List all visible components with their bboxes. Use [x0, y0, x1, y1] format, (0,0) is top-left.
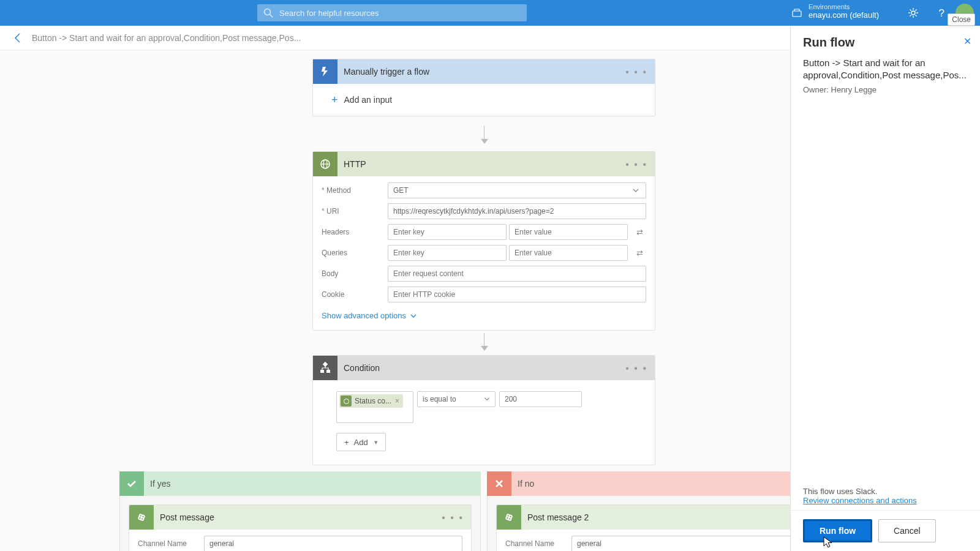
token-remove-icon[interactable]: × [395, 397, 399, 405]
review-connections-link[interactable]: Review connections and actions [803, 496, 917, 505]
search-input[interactable] [257, 4, 527, 21]
queries-key-input[interactable] [388, 245, 507, 261]
environments-icon [791, 7, 802, 18]
cursor-icon [823, 536, 833, 549]
connector-arrow [481, 333, 487, 351]
condition-body: Status co... × is equal to + Add ▾ [313, 380, 655, 465]
breadcrumb-text: Button -> Start and wait for an approval… [32, 33, 301, 43]
body-input[interactable] [388, 266, 646, 282]
http-title: HTTP [344, 159, 366, 169]
label-cookie: Cookie [322, 290, 388, 299]
cookie-input[interactable] [388, 287, 646, 302]
condition-operator-select[interactable]: is equal to [417, 391, 496, 407]
slack-icon [129, 505, 154, 530]
http-icon [313, 152, 337, 176]
condition-value-input[interactable] [499, 391, 582, 407]
status-code-token[interactable]: Status co... × [339, 394, 403, 408]
chevron-down-icon [410, 312, 417, 320]
x-icon [487, 471, 511, 496]
label-channel: Channel Name [505, 539, 571, 548]
queries-value-input[interactable] [509, 245, 628, 261]
topbar: Environments enayu.com (default) ? Close [0, 0, 980, 26]
run-flow-panel: ✕ Run flow Button -> Start and wait for … [790, 26, 980, 551]
condition-menu-icon[interactable]: • • • [625, 363, 647, 374]
condition-card: Condition • • • Status co... × is equal … [312, 355, 655, 465]
condition-title: Condition [344, 363, 380, 373]
queries-swap-icon[interactable]: ⇄ [633, 249, 646, 258]
uri-input[interactable] [388, 203, 646, 219]
svg-rect-2 [793, 11, 801, 17]
environments-label: Environments [809, 2, 879, 11]
trigger-menu-icon[interactable]: • • • [625, 67, 647, 78]
label-method: Method [322, 186, 388, 195]
environment-name: enayu.com (default) [809, 11, 879, 20]
headers-key-input[interactable] [388, 224, 507, 240]
post-message-2-title: Post message 2 [527, 512, 589, 522]
label-headers: Headers [322, 228, 388, 236]
post-message-card: Post message • • • Channel Name general [129, 504, 472, 551]
channel-value: general [209, 539, 234, 548]
trigger-card: Manually trigger a flow • • • + Add an i… [312, 59, 655, 116]
help-icon[interactable]: ? [939, 7, 944, 20]
headers-value-input[interactable] [509, 224, 628, 240]
plus-icon: + [331, 94, 338, 107]
headers-swap-icon[interactable]: ⇄ [633, 228, 646, 237]
panel-owner: Owner: Henry Legge [803, 85, 968, 94]
connector-arrow [481, 126, 487, 144]
label-channel: Channel Name [138, 539, 204, 548]
panel-title: Run flow [803, 36, 968, 50]
close-tooltip: Close [948, 13, 975, 26]
label-body: Body [322, 269, 388, 278]
svg-point-3 [911, 11, 915, 15]
method-select[interactable]: GET [388, 182, 646, 198]
http-header[interactable]: HTTP • • • [313, 152, 655, 176]
checkmark-icon [119, 471, 144, 496]
add-input-button[interactable]: + Add an input [313, 84, 655, 116]
panel-flow-name: Button -> Start and wait for an approval… [803, 57, 968, 81]
add-input-label: Add an input [344, 95, 393, 105]
channel-select[interactable]: general [204, 536, 462, 551]
slack-icon [497, 505, 521, 530]
if-yes-label: If yes [150, 479, 170, 489]
token-label: Status co... [355, 397, 391, 405]
if-yes-branch: If yes Post message • • • Channel Name g… [119, 471, 481, 551]
post-message-2-header[interactable]: Post message 2 • • • [497, 505, 839, 530]
chevron-down-icon [632, 187, 639, 194]
cancel-button[interactable]: Cancel [878, 519, 936, 542]
condition-left-input[interactable]: Status co... × [336, 391, 413, 423]
trigger-icon [313, 59, 337, 84]
trigger-title: Manually trigger a flow [344, 67, 429, 77]
search-icon [263, 8, 273, 18]
svg-rect-9 [326, 370, 330, 373]
svg-line-1 [270, 15, 273, 18]
gear-icon[interactable] [908, 7, 919, 18]
label-uri: URI [322, 207, 388, 216]
method-value: GET [393, 186, 409, 195]
post-message-header[interactable]: Post message • • • [129, 505, 471, 530]
condition-icon [313, 356, 337, 380]
post-message-title: Post message [160, 512, 214, 522]
trigger-header[interactable]: Manually trigger a flow • • • [313, 59, 655, 84]
post-message-menu-icon[interactable]: • • • [442, 512, 464, 523]
chevron-down-icon [484, 396, 490, 402]
http-token-icon [341, 395, 352, 407]
plus-icon: + [344, 438, 349, 447]
search-wrap [257, 4, 527, 21]
svg-point-0 [265, 9, 271, 15]
close-panel-icon[interactable]: ✕ [963, 36, 971, 47]
show-advanced-link[interactable]: Show advanced options [322, 311, 417, 320]
http-card: HTTP • • • Method GET URI Headers [312, 151, 655, 331]
uses-text: This flow uses Slack. [803, 487, 968, 496]
condition-header[interactable]: Condition • • • [313, 356, 655, 380]
add-condition-button[interactable]: + Add ▾ [336, 433, 386, 451]
if-yes-header: If yes [119, 471, 481, 496]
if-no-label: If no [518, 479, 534, 489]
http-body: Method GET URI Headers ⇄ Queries [313, 176, 655, 330]
http-menu-icon[interactable]: • • • [625, 159, 647, 170]
svg-point-10 [344, 399, 349, 403]
run-flow-button[interactable]: Run flow [803, 519, 872, 542]
chevron-down-icon: ▾ [374, 438, 378, 446]
environment-block[interactable]: Environments enayu.com (default) [809, 2, 879, 20]
back-arrow-icon[interactable] [12, 32, 23, 43]
label-queries: Queries [322, 249, 388, 257]
